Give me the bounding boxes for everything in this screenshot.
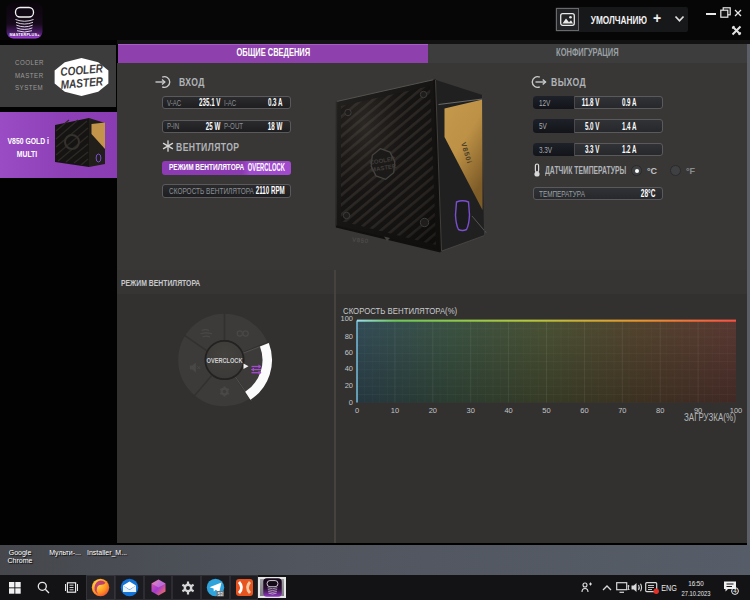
svg-text:OVERCLOCK: OVERCLOCK (207, 356, 243, 365)
svg-text:MASTERPLUS+: MASTERPLUS+ (9, 33, 40, 37)
svg-text:53: 53 (218, 592, 224, 597)
svg-text:V850: V850 (352, 237, 369, 245)
